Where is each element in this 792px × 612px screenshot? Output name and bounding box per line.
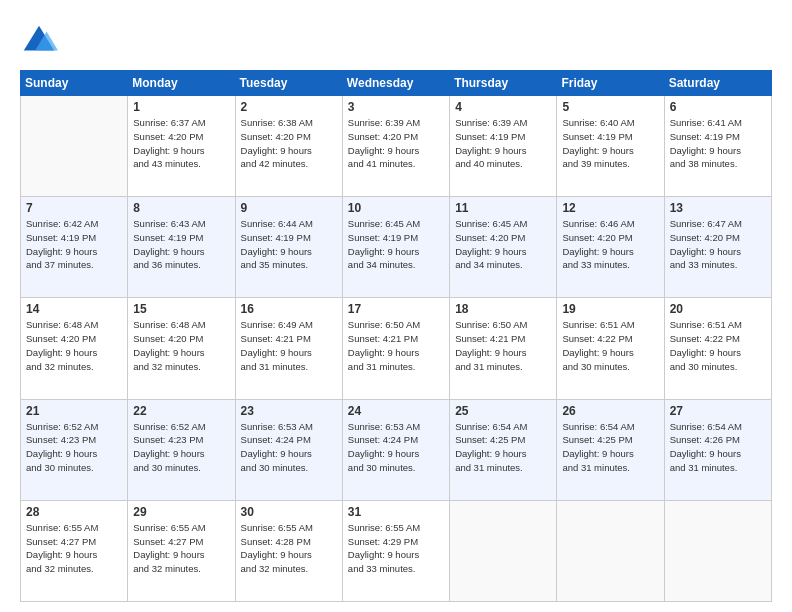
calendar-cell: 7Sunrise: 6:42 AM Sunset: 4:19 PM Daylig… [21, 197, 128, 298]
cell-daylight-info: Sunrise: 6:53 AM Sunset: 4:24 PM Dayligh… [241, 420, 337, 475]
day-number: 9 [241, 201, 337, 215]
calendar-cell: 5Sunrise: 6:40 AM Sunset: 4:19 PM Daylig… [557, 96, 664, 197]
cell-daylight-info: Sunrise: 6:52 AM Sunset: 4:23 PM Dayligh… [133, 420, 229, 475]
cell-daylight-info: Sunrise: 6:54 AM Sunset: 4:26 PM Dayligh… [670, 420, 766, 475]
day-number: 26 [562, 404, 658, 418]
day-number: 31 [348, 505, 444, 519]
day-number: 4 [455, 100, 551, 114]
logo [20, 22, 62, 60]
cell-daylight-info: Sunrise: 6:41 AM Sunset: 4:19 PM Dayligh… [670, 116, 766, 171]
calendar-cell: 16Sunrise: 6:49 AM Sunset: 4:21 PM Dayli… [235, 298, 342, 399]
calendar-cell: 2Sunrise: 6:38 AM Sunset: 4:20 PM Daylig… [235, 96, 342, 197]
day-number: 14 [26, 302, 122, 316]
day-number: 21 [26, 404, 122, 418]
calendar-cell: 3Sunrise: 6:39 AM Sunset: 4:20 PM Daylig… [342, 96, 449, 197]
day-number: 27 [670, 404, 766, 418]
calendar-cell: 8Sunrise: 6:43 AM Sunset: 4:19 PM Daylig… [128, 197, 235, 298]
day-number: 5 [562, 100, 658, 114]
calendar-cell [450, 500, 557, 601]
weekday-header-saturday: Saturday [664, 71, 771, 96]
cell-daylight-info: Sunrise: 6:52 AM Sunset: 4:23 PM Dayligh… [26, 420, 122, 475]
cell-daylight-info: Sunrise: 6:45 AM Sunset: 4:19 PM Dayligh… [348, 217, 444, 272]
page: SundayMondayTuesdayWednesdayThursdayFrid… [0, 0, 792, 612]
weekday-header-sunday: Sunday [21, 71, 128, 96]
calendar-cell: 24Sunrise: 6:53 AM Sunset: 4:24 PM Dayli… [342, 399, 449, 500]
cell-daylight-info: Sunrise: 6:50 AM Sunset: 4:21 PM Dayligh… [455, 318, 551, 373]
cell-daylight-info: Sunrise: 6:48 AM Sunset: 4:20 PM Dayligh… [133, 318, 229, 373]
weekday-header-tuesday: Tuesday [235, 71, 342, 96]
calendar-cell: 6Sunrise: 6:41 AM Sunset: 4:19 PM Daylig… [664, 96, 771, 197]
day-number: 29 [133, 505, 229, 519]
day-number: 15 [133, 302, 229, 316]
day-number: 1 [133, 100, 229, 114]
logo-icon [20, 22, 58, 60]
cell-daylight-info: Sunrise: 6:40 AM Sunset: 4:19 PM Dayligh… [562, 116, 658, 171]
cell-daylight-info: Sunrise: 6:47 AM Sunset: 4:20 PM Dayligh… [670, 217, 766, 272]
calendar-week-row: 7Sunrise: 6:42 AM Sunset: 4:19 PM Daylig… [21, 197, 772, 298]
cell-daylight-info: Sunrise: 6:48 AM Sunset: 4:20 PM Dayligh… [26, 318, 122, 373]
cell-daylight-info: Sunrise: 6:45 AM Sunset: 4:20 PM Dayligh… [455, 217, 551, 272]
calendar-week-row: 14Sunrise: 6:48 AM Sunset: 4:20 PM Dayli… [21, 298, 772, 399]
calendar-cell: 18Sunrise: 6:50 AM Sunset: 4:21 PM Dayli… [450, 298, 557, 399]
calendar-cell: 10Sunrise: 6:45 AM Sunset: 4:19 PM Dayli… [342, 197, 449, 298]
cell-daylight-info: Sunrise: 6:50 AM Sunset: 4:21 PM Dayligh… [348, 318, 444, 373]
calendar-cell: 1Sunrise: 6:37 AM Sunset: 4:20 PM Daylig… [128, 96, 235, 197]
day-number: 20 [670, 302, 766, 316]
cell-daylight-info: Sunrise: 6:37 AM Sunset: 4:20 PM Dayligh… [133, 116, 229, 171]
weekday-header-friday: Friday [557, 71, 664, 96]
cell-daylight-info: Sunrise: 6:44 AM Sunset: 4:19 PM Dayligh… [241, 217, 337, 272]
calendar-cell [21, 96, 128, 197]
day-number: 3 [348, 100, 444, 114]
cell-daylight-info: Sunrise: 6:53 AM Sunset: 4:24 PM Dayligh… [348, 420, 444, 475]
header [20, 18, 772, 60]
calendar-cell [557, 500, 664, 601]
cell-daylight-info: Sunrise: 6:55 AM Sunset: 4:29 PM Dayligh… [348, 521, 444, 576]
weekday-header-wednesday: Wednesday [342, 71, 449, 96]
calendar-cell: 30Sunrise: 6:55 AM Sunset: 4:28 PM Dayli… [235, 500, 342, 601]
calendar-cell: 15Sunrise: 6:48 AM Sunset: 4:20 PM Dayli… [128, 298, 235, 399]
cell-daylight-info: Sunrise: 6:38 AM Sunset: 4:20 PM Dayligh… [241, 116, 337, 171]
calendar-cell: 29Sunrise: 6:55 AM Sunset: 4:27 PM Dayli… [128, 500, 235, 601]
cell-daylight-info: Sunrise: 6:51 AM Sunset: 4:22 PM Dayligh… [670, 318, 766, 373]
calendar-cell: 20Sunrise: 6:51 AM Sunset: 4:22 PM Dayli… [664, 298, 771, 399]
cell-daylight-info: Sunrise: 6:42 AM Sunset: 4:19 PM Dayligh… [26, 217, 122, 272]
cell-daylight-info: Sunrise: 6:55 AM Sunset: 4:28 PM Dayligh… [241, 521, 337, 576]
calendar-cell: 9Sunrise: 6:44 AM Sunset: 4:19 PM Daylig… [235, 197, 342, 298]
calendar-cell: 26Sunrise: 6:54 AM Sunset: 4:25 PM Dayli… [557, 399, 664, 500]
day-number: 16 [241, 302, 337, 316]
weekday-header-thursday: Thursday [450, 71, 557, 96]
day-number: 24 [348, 404, 444, 418]
calendar-cell: 27Sunrise: 6:54 AM Sunset: 4:26 PM Dayli… [664, 399, 771, 500]
cell-daylight-info: Sunrise: 6:54 AM Sunset: 4:25 PM Dayligh… [562, 420, 658, 475]
day-number: 18 [455, 302, 551, 316]
calendar-cell: 23Sunrise: 6:53 AM Sunset: 4:24 PM Dayli… [235, 399, 342, 500]
day-number: 6 [670, 100, 766, 114]
cell-daylight-info: Sunrise: 6:55 AM Sunset: 4:27 PM Dayligh… [133, 521, 229, 576]
calendar-cell: 17Sunrise: 6:50 AM Sunset: 4:21 PM Dayli… [342, 298, 449, 399]
calendar-cell: 13Sunrise: 6:47 AM Sunset: 4:20 PM Dayli… [664, 197, 771, 298]
calendar-cell: 28Sunrise: 6:55 AM Sunset: 4:27 PM Dayli… [21, 500, 128, 601]
day-number: 11 [455, 201, 551, 215]
cell-daylight-info: Sunrise: 6:39 AM Sunset: 4:20 PM Dayligh… [348, 116, 444, 171]
day-number: 28 [26, 505, 122, 519]
calendar-cell: 25Sunrise: 6:54 AM Sunset: 4:25 PM Dayli… [450, 399, 557, 500]
calendar-cell: 12Sunrise: 6:46 AM Sunset: 4:20 PM Dayli… [557, 197, 664, 298]
day-number: 30 [241, 505, 337, 519]
day-number: 2 [241, 100, 337, 114]
calendar-cell: 19Sunrise: 6:51 AM Sunset: 4:22 PM Dayli… [557, 298, 664, 399]
cell-daylight-info: Sunrise: 6:46 AM Sunset: 4:20 PM Dayligh… [562, 217, 658, 272]
day-number: 8 [133, 201, 229, 215]
calendar-cell [664, 500, 771, 601]
day-number: 17 [348, 302, 444, 316]
day-number: 22 [133, 404, 229, 418]
weekday-header-monday: Monday [128, 71, 235, 96]
cell-daylight-info: Sunrise: 6:43 AM Sunset: 4:19 PM Dayligh… [133, 217, 229, 272]
calendar-cell: 4Sunrise: 6:39 AM Sunset: 4:19 PM Daylig… [450, 96, 557, 197]
day-number: 10 [348, 201, 444, 215]
day-number: 25 [455, 404, 551, 418]
cell-daylight-info: Sunrise: 6:51 AM Sunset: 4:22 PM Dayligh… [562, 318, 658, 373]
day-number: 19 [562, 302, 658, 316]
day-number: 12 [562, 201, 658, 215]
calendar-cell: 22Sunrise: 6:52 AM Sunset: 4:23 PM Dayli… [128, 399, 235, 500]
calendar-cell: 31Sunrise: 6:55 AM Sunset: 4:29 PM Dayli… [342, 500, 449, 601]
